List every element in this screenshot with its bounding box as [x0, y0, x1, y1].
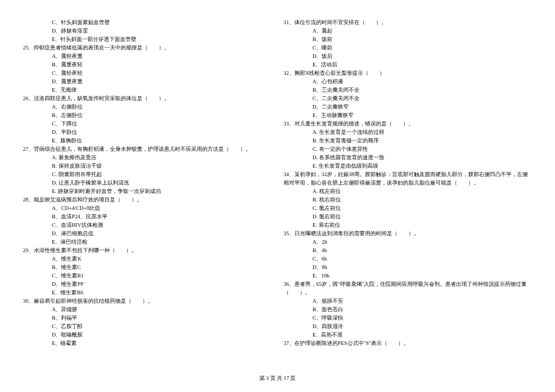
question-text: 28、能反映艾滋病预后和疗效的项目是（ ）。	[23, 195, 271, 204]
question-text: 25、抑郁症患者情绪低落的表现在一天中的规律是（ ）。	[23, 43, 271, 52]
document-columns: C、针头斜面紧贴血管壁D、静脉有痉挛E、针头斜面一部分穿透下面血管壁25、抑郁症…	[23, 18, 532, 368]
page-footer: 第 3 页 共 17 页	[0, 375, 555, 382]
option-text: E、高热不退	[284, 330, 532, 339]
question-text: 30、最容易引起听神经损害的抗结核药物是（ ）。	[23, 297, 271, 305]
option-text: A. 生长发育是一个连续的过程	[284, 128, 532, 136]
option-text: A、烦躁不安	[284, 297, 532, 305]
option-text: E、维生素B6	[23, 288, 271, 297]
question-text: 35、日光曝晒法达到消毒目的需要用的时间是（ ）。	[284, 229, 532, 238]
option-text: B、晨重夜轻	[23, 60, 271, 69]
option-text: A、异烟肼	[23, 305, 271, 314]
question-text: 26、法洛四联症患儿，缺氧发作时宜采取的体位是（ ）。	[23, 94, 271, 103]
option-text: C、二尖瓣关闭不全	[284, 94, 532, 103]
option-text: C、血清HIV抗体检测	[23, 221, 271, 229]
option-text: E. 肩右前位	[284, 221, 532, 229]
question-text: 29、水溶性维生素不包括下列哪一种（ ）。	[23, 246, 271, 254]
question-text: 34、某初孕妇，32岁，妊娠38周。腹部触诊：宫底部可触及圆而硬胎儿部分，腹部右…	[284, 170, 532, 187]
option-text: B、血清P24、抗原水平	[23, 212, 271, 221]
question-text: 36、患者男，65岁，因"呼吸衰竭"入院，住院期间应用呼吸兴奋剂。患者出现了何种…	[284, 280, 532, 297]
option-text: B. 枕右前位	[284, 195, 532, 204]
option-text: C、6h	[284, 254, 532, 263]
option-text: A、维生素K	[23, 254, 271, 263]
option-text: A. 避免擦伤及受压	[23, 153, 271, 162]
option-text: B、4h	[284, 246, 532, 254]
option-text: C、乙胺丁醇	[23, 322, 271, 330]
option-text: C. 阴囊部用吊带托起	[23, 170, 271, 179]
option-text: D、半卧位	[23, 128, 271, 136]
option-text: E、淋巴结活检	[23, 238, 271, 246]
option-text: E、主动脉瓣狭窄	[284, 111, 532, 119]
option-text: C、下蹲位	[23, 119, 271, 128]
option-text: B、利福平	[23, 314, 271, 322]
option-text: A、心包积液	[284, 77, 532, 86]
option-text: E、链霉素	[23, 339, 271, 347]
option-text: A、晨轻夜重	[23, 52, 271, 60]
option-text: B、饭前	[284, 35, 532, 43]
option-text: B. 生长发育遵循一定的顺序	[284, 136, 532, 145]
left-column: C、针头斜面紧贴血管壁D、静脉有痉挛E、针头斜面一部分穿透下面血管壁25、抑郁症…	[23, 18, 271, 368]
question-text: 33、对儿童生长发育规律的描述，错误的是（ ）。	[284, 119, 532, 128]
option-text: A、右侧卧位	[23, 103, 271, 111]
option-text: A、CD+4/CD+8比值	[23, 204, 271, 212]
option-text: E、膝胸卧位	[23, 136, 271, 145]
option-text: B、左侧卧位	[23, 111, 271, 119]
option-text: D、饭后	[284, 52, 532, 60]
option-text: E、针头斜面一部分穿透下面血管壁	[23, 35, 271, 43]
question-text: 32、胸部X线检查心影呈梨形提示（ ）	[284, 69, 532, 77]
option-text: D、二尖瓣狭窄	[284, 103, 532, 111]
option-text: D、淋巴细胞总值	[23, 229, 271, 238]
option-text: C、维生素B1	[23, 271, 271, 280]
option-text: C、呼吸深快	[284, 314, 532, 322]
option-text: B、三尖瓣关闭不全	[284, 86, 532, 94]
question-text: 27、肾病综合征患儿，有胸腔积液，全身水肿较重，护理该患儿时不应采用的方法是（ …	[23, 145, 271, 153]
option-text: D、维生素PP	[23, 280, 271, 288]
right-column: 31、体位引流的时间不宜安排在（ ）。A、晨起B、饭前C、睡前D、饭后E、活动后…	[284, 18, 532, 368]
option-text: E. 生长发育是由低级到高级	[284, 162, 532, 170]
option-text: C. 骶左前位	[284, 204, 532, 212]
option-text: E、无规律	[23, 86, 271, 94]
option-text: B、维生素C	[23, 263, 271, 271]
option-text: C、针头斜面紧贴血管壁	[23, 18, 271, 27]
option-text: A. 枕左前位	[284, 187, 532, 195]
option-text: C、晨轻夜轻	[23, 69, 271, 77]
option-text: E、10h	[284, 271, 532, 280]
option-text: D、吡嗪酰胺	[23, 330, 271, 339]
option-text: E、活动后	[284, 60, 532, 69]
option-text: C. 有一定的个体差异性	[284, 145, 532, 153]
option-text: A、2h	[284, 238, 532, 246]
option-text: D. 骶右前位	[284, 212, 532, 221]
option-text: D、静脉有痉挛	[23, 27, 271, 35]
option-text: D、四肢湿冷	[284, 322, 532, 330]
option-text: D、8h	[284, 263, 532, 271]
option-text: D. 让患儿卧于橡胶单上以利清洗	[23, 179, 271, 187]
option-text: D、晨重夜重	[23, 77, 271, 86]
option-text: D. 各系统器官发育的速度一致	[284, 153, 532, 162]
option-text: A、晨起	[284, 27, 532, 35]
question-text: 37、在护理诊断陈述的PES公式中"S"表示（ ）。	[284, 339, 532, 347]
option-text: C、睡前	[284, 43, 532, 52]
option-text: B、面色苍白	[284, 305, 532, 314]
option-text: B. 保持皮肤清洁干燥	[23, 162, 271, 170]
option-text: E. 静脉穿刺时避开好血管，争取一次穿刺成功	[23, 187, 271, 195]
question-text: 31、体位引流的时间不宜安排在（ ）。	[284, 18, 532, 27]
